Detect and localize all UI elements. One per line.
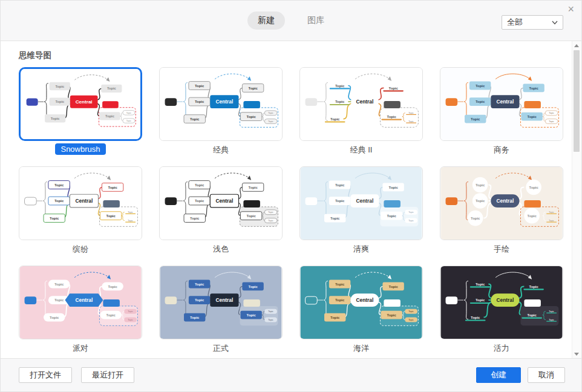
- cancel-button[interactable]: 取消: [528, 367, 565, 383]
- template-card-party[interactable]: TopicTopicTopicTopicTopicTopicTopicCentr…: [19, 266, 142, 356]
- template-thumbnail-fresh[interactable]: TopicTopicTopicTopicTopicTopicTopicCentr…: [299, 166, 423, 240]
- recent-files-button[interactable]: 最近打开: [81, 367, 134, 383]
- template-thumbnail-hand-drawn[interactable]: TopicTopicTopicTopicTopicTopicTopicCentr…: [440, 166, 563, 240]
- svg-text:Topic: Topic: [388, 285, 398, 289]
- svg-text:Topic: Topic: [549, 310, 554, 313]
- template-card-vitality[interactable]: TopicTopicTopicTopicTopicTopicTopicCentr…: [440, 266, 563, 356]
- svg-text:Topic: Topic: [529, 186, 538, 189]
- svg-text:Topic: Topic: [476, 100, 485, 103]
- dialog-topbar: 新建 图库: [1, 1, 581, 41]
- create-button[interactable]: 创建: [476, 367, 521, 383]
- svg-text:Topic: Topic: [108, 186, 117, 189]
- template-thumbnail-light[interactable]: TopicTopicTopicTopicTopicTopicTopicCentr…: [159, 166, 283, 240]
- scroll-down-arrow-icon[interactable]: [574, 353, 579, 356]
- svg-text:Topic: Topic: [268, 211, 273, 214]
- template-card-ocean[interactable]: TopicTopicTopicTopicTopicTopicTopicCentr…: [299, 266, 423, 356]
- template-card-light[interactable]: TopicTopicTopicTopicTopicTopicTopicCentr…: [159, 166, 283, 256]
- scrollbar-thumb[interactable]: [574, 50, 580, 152]
- template-thumbnail-business[interactable]: TopicTopicTopicTopicTopicTopicTopicCentr…: [440, 67, 563, 141]
- svg-text:Topic: Topic: [549, 319, 554, 321]
- filter-dropdown[interactable]: 全部: [502, 15, 563, 30]
- svg-text:Central: Central: [356, 297, 373, 303]
- template-thumbnail-classic[interactable]: TopicTopicTopicTopicTopicTopicTopicCentr…: [159, 67, 283, 141]
- template-label: 缤纷: [73, 244, 88, 253]
- svg-text:Topic: Topic: [128, 220, 133, 222]
- svg-text:Topic: Topic: [528, 115, 537, 119]
- svg-text:Central: Central: [215, 99, 233, 105]
- svg-text:Topic: Topic: [387, 214, 397, 218]
- template-card-snowbrush[interactable]: TopicTopicTopicTopicTopicTopicTopicCentr…: [19, 67, 142, 157]
- svg-text:Topic: Topic: [55, 100, 64, 103]
- svg-text:Topic: Topic: [54, 199, 64, 203]
- template-card-colorful[interactable]: TopicTopicTopicTopicTopicTopicTopicCentr…: [19, 166, 142, 256]
- template-card-business[interactable]: TopicTopicTopicTopicTopicTopicTopicCentr…: [440, 67, 563, 157]
- template-label-wrap: 清爽: [299, 244, 423, 256]
- template-thumbnail-formal[interactable]: TopicTopicTopicTopicTopicTopicTopicCentr…: [159, 266, 283, 339]
- close-icon[interactable]: ×: [567, 4, 574, 15]
- svg-text:Topic: Topic: [335, 199, 345, 203]
- svg-text:Topic: Topic: [330, 316, 340, 319]
- template-label-wrap: 活力: [440, 343, 563, 356]
- svg-text:Topic: Topic: [408, 319, 414, 321]
- template-label-wrap: 商务: [440, 145, 563, 157]
- svg-text:Topic: Topic: [247, 214, 257, 218]
- svg-text:Topic: Topic: [106, 214, 116, 218]
- template-thumbnail-snowbrush[interactable]: TopicTopicTopicTopicTopicTopicTopicCentr…: [19, 67, 142, 141]
- template-label: 经典: [213, 145, 229, 154]
- svg-text:Topic: Topic: [476, 199, 485, 203]
- tab-gallery[interactable]: 图库: [297, 11, 335, 30]
- svg-text:Central: Central: [356, 99, 373, 105]
- svg-text:Topic: Topic: [50, 316, 59, 319]
- svg-text:Topic: Topic: [549, 120, 554, 123]
- template-card-formal[interactable]: TopicTopicTopicTopicTopicTopicTopicCentr…: [159, 266, 283, 356]
- template-thumbnail-ocean[interactable]: TopicTopicTopicTopicTopicTopicTopicCentr…: [299, 266, 423, 339]
- svg-text:Central: Central: [356, 198, 373, 204]
- svg-text:Topic: Topic: [55, 85, 64, 88]
- svg-text:Topic: Topic: [529, 285, 538, 289]
- template-card-classic[interactable]: TopicTopicTopicTopicTopicTopicTopicCentr…: [159, 67, 283, 157]
- svg-text:Central: Central: [496, 99, 514, 105]
- template-card-classic-2[interactable]: TopicTopicTopicTopicTopicTopicTopicCentr…: [299, 67, 423, 157]
- template-label: 清爽: [353, 244, 369, 253]
- svg-text:Topic: Topic: [248, 285, 258, 289]
- template-thumbnail-vitality[interactable]: TopicTopicTopicTopicTopicTopicTopicCentr…: [440, 266, 563, 339]
- svg-text:Topic: Topic: [195, 100, 204, 103]
- chevron-down-icon: [552, 21, 558, 25]
- scroll-up-arrow-icon[interactable]: [574, 44, 579, 47]
- svg-text:Topic: Topic: [335, 298, 345, 302]
- template-label: 手绘: [494, 244, 509, 253]
- svg-text:Topic: Topic: [529, 87, 538, 90]
- open-file-button[interactable]: 打开文件: [19, 367, 72, 383]
- tab-new[interactable]: 新建: [247, 11, 285, 30]
- svg-text:Topic: Topic: [476, 183, 485, 187]
- template-label: 正式: [213, 344, 229, 353]
- svg-text:Topic: Topic: [528, 313, 537, 317]
- template-label-wrap: 派对: [19, 343, 142, 356]
- svg-text:Topic: Topic: [108, 285, 117, 289]
- svg-text:Topic: Topic: [126, 120, 132, 122]
- svg-text:Topic: Topic: [190, 217, 200, 220]
- svg-text:Topic: Topic: [408, 211, 414, 214]
- template-thumbnail-colorful[interactable]: TopicTopicTopicTopicTopicTopicTopicCentr…: [19, 166, 142, 240]
- template-card-hand-drawn[interactable]: TopicTopicTopicTopicTopicTopicTopicCentr…: [440, 166, 563, 256]
- svg-text:Topic: Topic: [408, 310, 414, 313]
- svg-text:Central: Central: [496, 198, 514, 204]
- template-label: 浅色: [213, 244, 229, 253]
- scrollbar[interactable]: [572, 41, 581, 359]
- filter-dropdown-value: 全部: [507, 17, 523, 28]
- svg-text:Topic: Topic: [408, 112, 414, 114]
- svg-text:Topic: Topic: [195, 183, 204, 187]
- svg-text:Topic: Topic: [335, 283, 345, 286]
- svg-text:Topic: Topic: [387, 115, 397, 119]
- template-card-fresh[interactable]: TopicTopicTopicTopicTopicTopicTopicCentr…: [299, 166, 423, 256]
- svg-text:Topic: Topic: [528, 214, 537, 218]
- template-thumbnail-party[interactable]: TopicTopicTopicTopicTopicTopicTopicCentr…: [19, 266, 142, 339]
- svg-text:Topic: Topic: [388, 87, 398, 90]
- template-browser: 思维导图 TopicTopicTopicTopicTopicTopicTopic…: [1, 41, 581, 359]
- template-label-wrap: 经典: [159, 145, 283, 157]
- svg-text:Topic: Topic: [195, 283, 204, 286]
- template-thumbnail-classic-2[interactable]: TopicTopicTopicTopicTopicTopicTopicCentr…: [299, 67, 423, 141]
- svg-text:Topic: Topic: [549, 112, 554, 114]
- new-file-dialog: 新建 图库 × 全部 思维导图 TopicTopicTopicTopicTopi…: [0, 0, 582, 392]
- svg-text:Topic: Topic: [54, 183, 64, 187]
